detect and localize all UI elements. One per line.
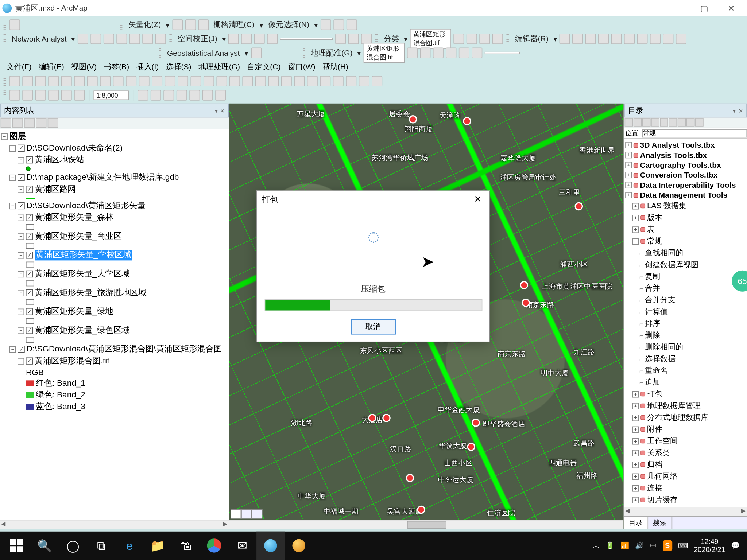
toolbar-icon[interactable] <box>420 48 431 58</box>
catalog-node[interactable]: +连接 <box>625 482 746 494</box>
toolbar-icon[interactable] <box>215 90 226 101</box>
tree-node[interactable]: −✓D:\SGDownload\黄浦区矩形矢量 <box>1 200 228 211</box>
keyboard-icon[interactable]: ⌨ <box>678 541 688 550</box>
toolbar-icon[interactable] <box>216 76 227 86</box>
toolbar-icon[interactable] <box>22 76 33 86</box>
catalog-node[interactable]: +表 <box>625 223 746 235</box>
geostat-menu[interactable]: Geostatistical Analyst <box>165 48 242 57</box>
tree-node[interactable] <box>1 166 228 172</box>
toolbar-icon[interactable] <box>48 90 59 101</box>
toolbar-icon[interactable] <box>407 48 418 58</box>
catalog-tree[interactable]: +3D Analyst Tools.tbx+Analysis Tools.tbx… <box>624 139 747 507</box>
toolbar-icon[interactable] <box>446 48 457 58</box>
toc-listview-icon[interactable] <box>1 118 11 128</box>
pin-icon[interactable]: ▾ <box>733 107 736 114</box>
georef-input[interactable] <box>485 52 520 54</box>
menu-item[interactable]: 窗口(W) <box>285 61 318 73</box>
toolbar-icon[interactable] <box>650 34 661 44</box>
mail-icon[interactable]: ✉ <box>228 532 256 560</box>
tree-node[interactable] <box>1 195 228 200</box>
pixelselect-menu[interactable]: 像元选择(N) <box>266 19 311 30</box>
tree-node[interactable]: −✓黄浦区路网 <box>1 183 228 195</box>
explorer-icon[interactable]: 📁 <box>143 532 171 560</box>
toolbar-icon[interactable] <box>346 76 356 86</box>
menu-item[interactable]: 选择(S) <box>163 61 194 73</box>
tray-chevron-icon[interactable]: ︿ <box>593 541 600 551</box>
search-icon[interactable]: 🔍 <box>31 532 59 560</box>
toolbar-icon[interactable] <box>126 76 136 86</box>
catalog-node[interactable]: +工作空间 <box>625 435 746 447</box>
taskview-icon[interactable]: ⧉ <box>87 532 115 560</box>
catalog-node[interactable]: +关系类 <box>625 447 746 459</box>
toc-icon[interactable] <box>36 118 46 128</box>
menu-item[interactable]: 地理处理(G) <box>196 61 243 73</box>
tree-node[interactable]: −✓D:\map package\新建文件地理数据库.gdb <box>1 172 228 183</box>
toolbar-icon[interactable] <box>61 76 72 86</box>
catalog-node[interactable]: +LAS 数据集 <box>625 200 746 211</box>
location-input[interactable] <box>642 129 747 137</box>
toolbar-icon[interactable] <box>459 48 469 58</box>
menu-item[interactable]: 帮助(H) <box>320 61 351 73</box>
toolbar-icon[interactable] <box>333 76 344 86</box>
toolbar-icon[interactable] <box>91 34 101 44</box>
toolbar-icon[interactable] <box>152 76 162 86</box>
catalog-icon[interactable] <box>651 118 659 127</box>
toolbar-icon[interactable] <box>359 76 369 86</box>
volume-icon[interactable]: 🔊 <box>635 541 644 550</box>
spatial-adjust-menu[interactable]: 空间校正(J) <box>175 34 220 44</box>
catalog-leaf[interactable]: ⌐合并分支 <box>625 294 746 306</box>
toolbar-icon[interactable] <box>87 76 98 86</box>
data-view-tab[interactable] <box>231 509 241 519</box>
close-panel-icon[interactable]: ✕ <box>738 107 743 114</box>
tree-node[interactable] <box>1 261 228 268</box>
toolbar-icon[interactable] <box>202 90 213 101</box>
toolbar-icon[interactable] <box>333 19 344 30</box>
tab-search[interactable]: 搜索 <box>648 517 672 529</box>
catalog-node[interactable]: +几何网络 <box>625 470 746 482</box>
toolbar-icon[interactable] <box>9 76 20 86</box>
toolbar-icon[interactable] <box>48 76 59 86</box>
menu-item[interactable]: 书签(B) <box>101 61 132 73</box>
toolbar-icon[interactable] <box>74 76 85 86</box>
catalog-leaf[interactable]: ⌐选择数据 <box>625 353 746 365</box>
toolbar-icon[interactable] <box>320 76 330 86</box>
toc-hscroll[interactable] <box>0 520 229 529</box>
toolbar-icon[interactable] <box>143 34 153 44</box>
store-icon[interactable]: 🛍 <box>172 532 200 560</box>
catalog-leaf[interactable]: ⌐删除 <box>625 329 746 341</box>
clock[interactable]: 12:49 2020/2/21 <box>694 537 725 554</box>
toolbar-icon[interactable] <box>480 34 490 44</box>
toolbar-icon[interactable] <box>242 76 253 86</box>
sogou-icon[interactable]: S <box>663 540 672 551</box>
catalog-icon[interactable] <box>660 118 668 127</box>
catalog-node[interactable]: +附件 <box>625 423 746 435</box>
edge-icon[interactable]: e <box>115 532 143 560</box>
app-taskbar-icon[interactable] <box>285 532 313 560</box>
map-hscroll[interactable] <box>229 520 623 529</box>
catalog-icon[interactable] <box>686 118 695 127</box>
toolbar-icon[interactable] <box>9 19 20 30</box>
toolbar-icon[interactable] <box>472 48 483 58</box>
toolbar-icon[interactable] <box>35 90 46 101</box>
toolbar-icon[interactable] <box>22 90 33 101</box>
toolbar-icon[interactable] <box>254 34 265 44</box>
rasterclean-menu[interactable]: 栅格清理(C) <box>211 19 257 30</box>
network-analyst-menu[interactable]: Network Analyst <box>9 34 69 43</box>
toolbar-icon[interactable] <box>637 34 648 44</box>
arcmap-taskbar-icon[interactable] <box>256 532 285 560</box>
catalog-node[interactable]: +Data Interoperability Tools <box>625 180 746 190</box>
toolbar-icon[interactable] <box>676 34 687 44</box>
tree-node[interactable] <box>1 280 228 287</box>
ime-indicator[interactable]: 中 <box>650 541 657 551</box>
tree-node[interactable]: 绿色: Band_2 <box>1 389 228 401</box>
catalog-node[interactable]: +归档 <box>625 459 746 470</box>
toolbar-icon[interactable] <box>74 90 85 101</box>
spatial-combo[interactable] <box>280 38 333 40</box>
cancel-button[interactable]: 取消 <box>351 319 396 335</box>
toolbar-icon[interactable] <box>228 34 239 44</box>
toolbar-icon[interactable] <box>151 90 161 101</box>
catalog-leaf[interactable]: ⌐重命名 <box>625 365 746 376</box>
catalog-leaf[interactable]: ⌐创建数据库视图 <box>625 259 746 271</box>
toolbar-icon[interactable] <box>178 76 188 86</box>
toolbar-icon[interactable] <box>204 76 214 86</box>
